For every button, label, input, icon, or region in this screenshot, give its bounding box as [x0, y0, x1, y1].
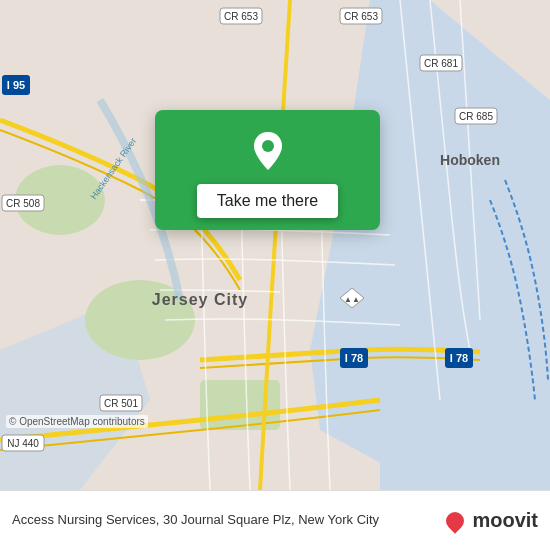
- map-container: CR 653 CR 653 CR 681 CR 685 I 95 CR 508 …: [0, 0, 550, 490]
- svg-text:Jersey City: Jersey City: [152, 291, 248, 308]
- address-text: Access Nursing Services, 30 Journal Squa…: [12, 511, 446, 529]
- svg-text:I 95: I 95: [7, 79, 25, 91]
- svg-text:CR 508: CR 508: [6, 198, 40, 209]
- svg-text:CR 681: CR 681: [424, 58, 458, 69]
- svg-text:CR 501: CR 501: [104, 398, 138, 409]
- svg-text:NJ 440: NJ 440: [7, 438, 39, 449]
- svg-text:CR 653: CR 653: [224, 11, 258, 22]
- moovit-dot-icon: [443, 508, 468, 533]
- svg-text:CR 653: CR 653: [344, 11, 378, 22]
- osm-attribution: © OpenStreetMap contributors: [6, 415, 148, 428]
- svg-point-35: [262, 140, 274, 152]
- svg-text:I 78: I 78: [450, 352, 468, 364]
- svg-text:▲▲: ▲▲: [344, 295, 360, 304]
- map-pin-icon: [246, 128, 290, 172]
- svg-text:CR 685: CR 685: [459, 111, 493, 122]
- svg-text:Hoboken: Hoboken: [440, 152, 500, 168]
- moovit-logo: moovit: [446, 509, 538, 532]
- info-bar: Access Nursing Services, 30 Journal Squa…: [0, 490, 550, 550]
- take-me-there-button[interactable]: Take me there: [197, 184, 338, 218]
- location-card: Take me there: [155, 110, 380, 230]
- svg-text:I 78: I 78: [345, 352, 363, 364]
- moovit-wordmark: moovit: [472, 509, 538, 532]
